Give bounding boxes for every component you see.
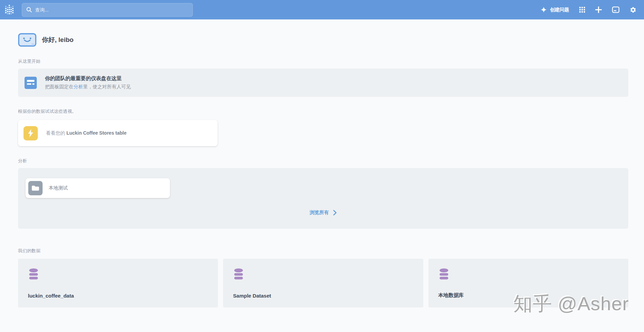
top-navbar: 创建问题 [0, 0, 644, 19]
create-question-label: 创建问题 [550, 7, 569, 13]
collection-folder-card[interactable]: 本地测试 [26, 178, 170, 198]
create-question-button[interactable]: 创建问题 [540, 6, 569, 13]
new-item-plus-icon[interactable] [595, 6, 602, 13]
dashboard-banner[interactable]: 你的团队的最重要的仪表盘在这里 把面板固定在分析里，使之对所有人可见 [18, 69, 628, 97]
xray-card-prefix: 看看您的 [46, 130, 66, 136]
collection-folder-name: 本地测试 [49, 185, 68, 191]
greeting-row: 你好, leibo [18, 33, 628, 47]
folder-icon [28, 181, 43, 195]
database-card-row: luckin_coffee_data Sample Dataset 本地 [18, 259, 628, 307]
sql-editor-icon[interactable] [612, 6, 619, 13]
database-card[interactable]: luckin_coffee_data [18, 259, 218, 307]
xray-card-text: 看看您的 Luckin Coffee Stores table [46, 130, 126, 136]
metabase-logo-icon[interactable] [4, 4, 14, 16]
banner-text: 你的团队的最重要的仪表盘在这里 把面板固定在分析里，使之对所有人可见 [45, 75, 131, 90]
chevron-right-icon [333, 210, 337, 215]
browse-all-label: 浏览所有 [310, 210, 329, 216]
search-input[interactable] [35, 7, 188, 13]
databases-label: 我们的数据 [18, 248, 628, 254]
browse-grid-icon[interactable] [579, 7, 585, 13]
xray-card[interactable]: 看看您的 Luckin Coffee Stores table [18, 120, 218, 146]
database-name: luckin_coffee_data [28, 293, 74, 299]
database-icon [28, 268, 39, 280]
database-name: Sample Dataset [233, 293, 271, 299]
browse-all-link[interactable]: 浏览所有 [18, 210, 628, 216]
database-card[interactable]: Sample Dataset [223, 259, 423, 307]
sparkle-icon [540, 6, 547, 13]
start-here-label: 从这里开始 [18, 58, 628, 64]
banner-sub-suffix: 里，使之对所有人可见 [83, 84, 131, 89]
metabot-icon [18, 33, 36, 47]
database-icon [438, 268, 450, 280]
xray-section-label: 根据你的数据试试这些透视。 [18, 108, 628, 115]
settings-gear-icon[interactable] [630, 6, 637, 13]
collections-link[interactable]: 分析 [74, 84, 83, 89]
search-icon [26, 7, 32, 13]
database-name: 本地数据库 [438, 292, 464, 299]
greeting-title: 你好, leibo [42, 35, 74, 44]
dashboard-icon [25, 77, 37, 89]
xray-card-table-name: Luckin Coffee Stores table [66, 130, 127, 136]
database-icon [233, 268, 244, 280]
lightning-bolt-icon [23, 126, 38, 140]
banner-sub-prefix: 把面板固定在 [45, 84, 74, 89]
collections-label: 分析 [18, 158, 628, 164]
global-search[interactable] [22, 3, 193, 17]
collections-section: 本地测试 浏览所有 [18, 168, 628, 229]
database-card[interactable]: 本地数据库 [428, 259, 628, 307]
banner-title: 你的团队的最重要的仪表盘在这里 [45, 75, 131, 82]
home-page: 你好, leibo 从这里开始 你的团队的最重要的仪表盘在这里 把面板固定在分析… [0, 33, 644, 307]
banner-subtitle: 把面板固定在分析里，使之对所有人可见 [45, 84, 131, 90]
